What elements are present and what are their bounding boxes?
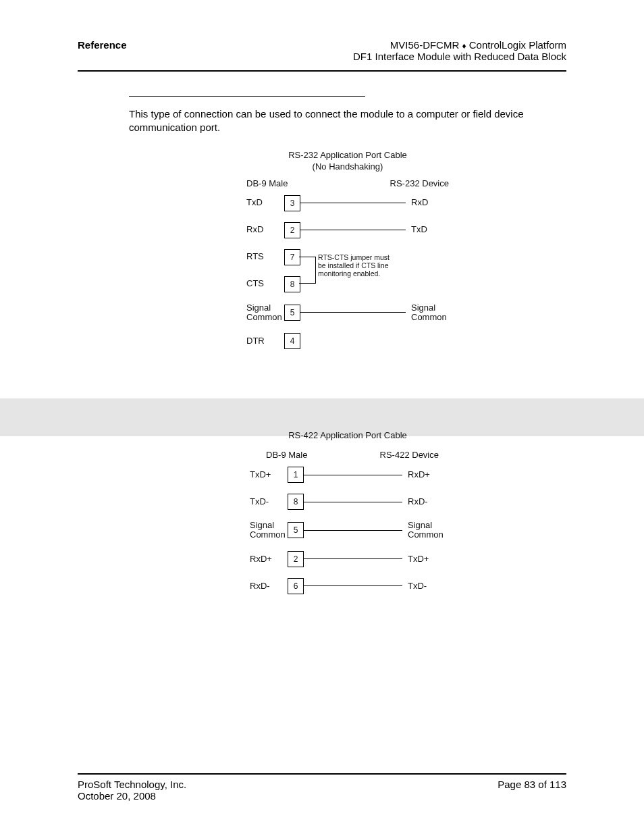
pin-left: RxD+ <box>250 554 288 564</box>
pin-right: RxD <box>408 198 449 207</box>
pin-right: TxD- <box>405 581 446 591</box>
pin-row: Signal Common 5 Signal Common <box>250 521 446 540</box>
pin-left: Signal Common <box>250 521 288 540</box>
wire <box>304 530 402 531</box>
diamond-icon: ♦ <box>462 41 466 51</box>
footer-date: October 20, 2008 <box>78 790 186 802</box>
rts-cts-block: RTS-CTS jumper must be installed if CTS … <box>246 249 449 292</box>
diagram-1-wrap: RS-232 Application Port Cable (No Handsh… <box>129 150 566 350</box>
footer-company: ProSoft Technology, Inc. <box>78 779 186 790</box>
header-right-b: ControlLogix Platform <box>469 39 566 51</box>
pin-left: RTS <box>246 252 284 261</box>
wire <box>304 502 402 502</box>
pin-row: TxD- 8 RxD- <box>250 494 446 510</box>
diag2-headers: DB-9 Male RS-422 Device <box>250 450 446 460</box>
footer-left: ProSoft Technology, Inc. October 20, 200… <box>78 779 186 802</box>
pin-box: 3 <box>284 195 300 211</box>
pin-row: RxD- 6 TxD- <box>250 578 446 594</box>
pin-right-b: Common <box>408 529 444 540</box>
pin-left: TxD <box>246 198 284 207</box>
wire <box>300 230 406 230</box>
pin-right: Signal Common <box>405 521 446 540</box>
pin-left: RxD- <box>250 581 288 591</box>
pin-box: 5 <box>284 305 300 321</box>
pin-left: CTS <box>246 279 284 288</box>
pin-row: TxD+ 1 RxD+ <box>250 467 446 483</box>
diag2-col-left: DB-9 Male <box>266 450 307 460</box>
pin-left-a: Signal <box>250 520 274 530</box>
header-left: Reference <box>78 39 127 51</box>
header-right-line2: DF1 Interface Module with Reduced Data B… <box>353 51 566 62</box>
pin-left: RxD <box>246 225 284 234</box>
page-footer: ProSoft Technology, Inc. October 20, 200… <box>78 773 566 802</box>
wire <box>304 475 402 475</box>
diagram-rs422: RS-422 Application Port Cable DB-9 Male … <box>250 430 446 594</box>
pin-right: RxD+ <box>405 470 446 479</box>
diagram-2-wrap: RS-422 Application Port Cable DB-9 Male … <box>129 430 566 594</box>
footer-page: Page 83 of 113 <box>498 779 566 802</box>
wire <box>300 203 406 203</box>
pin-left-b: Common <box>250 529 286 540</box>
pin-left: DTR <box>246 336 284 346</box>
pin-right: Signal Common <box>408 303 449 323</box>
pin-row: CTS 8 <box>246 276 449 292</box>
page-header: Reference MVI56-DFCMR ♦ ControlLogix Pla… <box>78 39 566 72</box>
wire <box>300 312 406 313</box>
pin-right-b: Common <box>411 312 447 322</box>
pin-right: RxD- <box>405 497 446 506</box>
pin-left-b: Common <box>246 312 282 322</box>
diag1-title: RS-232 Application Port Cable <box>246 150 449 160</box>
pin-left: TxD+ <box>250 470 288 479</box>
pin-row: RxD+ 2 TxD+ <box>250 551 446 567</box>
diag1-col-left: DB-9 Male <box>246 178 288 188</box>
diag2-col-right: RS-422 Device <box>380 450 439 460</box>
divider <box>129 96 365 97</box>
pin-row: DTR 4 <box>246 333 449 349</box>
header-right-a: MVI56-DFCMR <box>390 39 460 51</box>
pin-box: 5 <box>288 522 304 538</box>
pin-row: Signal Common 5 Signal Common <box>246 303 449 323</box>
pin-right-a: Signal <box>408 520 432 530</box>
pin-row: RxD 2 TxD <box>246 222 449 238</box>
pin-box: 2 <box>284 222 300 238</box>
pin-left: Signal Common <box>246 303 284 323</box>
diag1-col-right: RS-232 Device <box>390 178 449 188</box>
pin-box: 2 <box>288 551 304 567</box>
pin-right: TxD <box>408 225 449 234</box>
wire <box>304 558 402 559</box>
pin-right-a: Signal <box>411 303 435 313</box>
pin-box: 7 <box>284 249 300 265</box>
content: This type of connection can be used to c… <box>78 72 566 594</box>
pin-box: 8 <box>288 494 304 510</box>
pin-right: TxD+ <box>405 554 446 564</box>
pin-box: 8 <box>284 276 300 292</box>
pin-box: 6 <box>288 578 304 594</box>
diag2-title: RS-422 Application Port Cable <box>250 430 446 440</box>
pin-left: TxD- <box>250 497 288 506</box>
diag1-subtitle: (No Handshaking) <box>246 161 449 172</box>
pin-box: 4 <box>284 333 300 349</box>
pin-row: RTS 7 <box>246 249 449 265</box>
body-paragraph: This type of connection can be used to c… <box>129 107 566 135</box>
pin-row: TxD 3 RxD <box>246 195 449 211</box>
diag1-headers: DB-9 Male RS-232 Device <box>246 178 449 188</box>
page: Reference MVI56-DFCMR ♦ ControlLogix Pla… <box>0 0 644 834</box>
diagram-rs232: RS-232 Application Port Cable (No Handsh… <box>246 150 449 350</box>
wire <box>304 585 402 586</box>
header-right: MVI56-DFCMR ♦ ControlLogix Platform DF1 … <box>353 39 566 62</box>
pin-box: 1 <box>288 467 304 483</box>
pin-left-a: Signal <box>246 303 271 313</box>
